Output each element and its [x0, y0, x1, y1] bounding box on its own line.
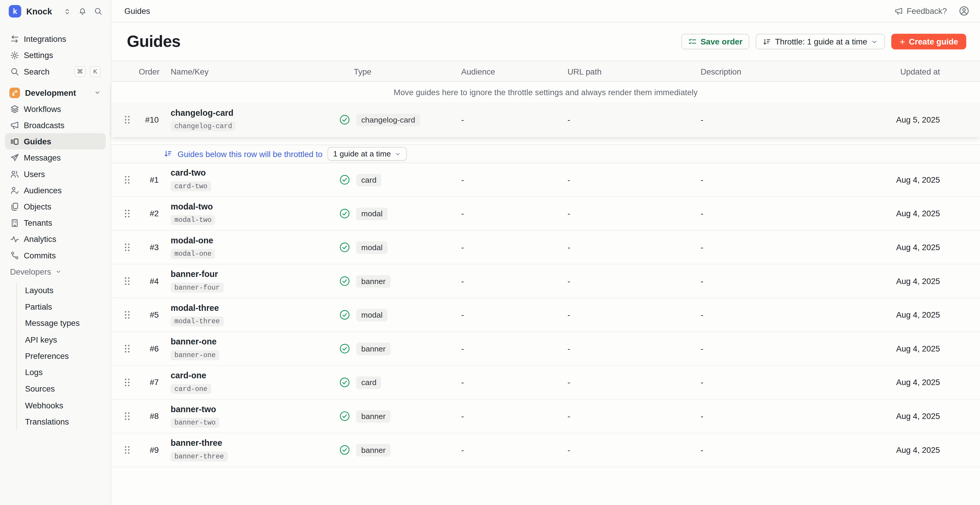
drag-handle-icon[interactable] [124, 175, 139, 185]
guide-name[interactable]: banner-two [170, 405, 339, 415]
guide-row[interactable]: #6 banner-one banner-one banner - - - Au… [111, 332, 980, 366]
drag-handle-icon[interactable] [124, 445, 139, 455]
developers-sub-item[interactable]: Partials [17, 298, 110, 315]
guide-name[interactable]: modal-two [170, 202, 339, 212]
sidebar-item-users[interactable]: Users [5, 166, 106, 182]
guide-row[interactable]: #4 banner-four banner-four banner - - - … [111, 264, 980, 298]
guide-row[interactable]: #1 card-two card-two card - - - Aug 4, 2… [111, 163, 980, 197]
guide-row[interactable]: #8 banner-two banner-two banner - - - Au… [111, 400, 980, 433]
developers-section-toggle[interactable]: Developers [0, 263, 111, 280]
developers-sub-item[interactable]: Preferences [17, 348, 110, 364]
sidebar-item-workflows[interactable]: Workflows [5, 101, 106, 117]
guide-name[interactable]: card-two [170, 169, 339, 178]
guide-description: - [699, 243, 831, 252]
guide-updated-at: Aug 4, 2025 [831, 445, 980, 455]
drag-handle-icon[interactable] [124, 344, 139, 353]
sort-descending-icon [164, 150, 173, 158]
guide-name[interactable]: changelog-card [170, 108, 339, 118]
pulse-icon [10, 234, 19, 244]
sidebar-item-broadcasts[interactable]: Broadcasts [5, 117, 106, 133]
guide-updated-at: Aug 5, 2025 [831, 115, 980, 124]
guide-updated-at: Aug 4, 2025 [831, 378, 980, 387]
environment-switcher[interactable]: Development [0, 84, 111, 101]
workspace-switcher[interactable]: k Knock [0, 0, 111, 22]
guide-row[interactable]: #2 modal-two modal-two modal - - - Aug 4… [111, 197, 980, 231]
guide-name[interactable]: banner-one [170, 337, 339, 347]
developers-sub-item[interactable]: Webhooks [17, 397, 110, 414]
sidebar-item-messages[interactable]: Messages [5, 150, 106, 166]
throttle-dropdown[interactable]: Throttle: 1 guide at a time [756, 34, 885, 49]
sidebar-item-objects[interactable]: Objects [5, 198, 106, 215]
sidebar-item-guides[interactable]: Guides [5, 133, 106, 150]
check-circle-icon [339, 310, 350, 320]
guide-name[interactable]: banner-three [170, 439, 339, 449]
building-icon [10, 218, 19, 228]
notifications-bell-icon[interactable] [78, 5, 88, 18]
check-circle-icon [339, 174, 350, 185]
drag-handle-icon[interactable] [124, 276, 139, 286]
drag-handle-icon[interactable] [124, 412, 139, 421]
guide-url-path: - [566, 209, 699, 218]
guide-row[interactable]: #9 banner-three banner-three banner - - … [111, 433, 980, 467]
guide-order: #10 [139, 115, 159, 124]
developers-sub-item[interactable]: Message types [17, 315, 110, 331]
guide-name[interactable]: modal-three [170, 303, 339, 314]
guide-type: modal [356, 207, 457, 220]
guide-url-path: - [566, 175, 699, 185]
save-order-button[interactable]: Save order [681, 34, 749, 49]
sidebar-item-tenants[interactable]: Tenants [5, 215, 106, 231]
integrations-icon [10, 34, 19, 44]
guide-name-key: modal-one modal-one [159, 236, 339, 259]
check-circle-icon [339, 377, 350, 388]
guide-audience: - [456, 243, 565, 252]
guide-description: - [699, 276, 831, 286]
guide-name-key: modal-three modal-three [159, 303, 339, 326]
guide-name[interactable]: modal-one [170, 236, 339, 246]
drag-handle-icon[interactable] [124, 378, 139, 387]
feedback-button[interactable]: Feedback? [894, 6, 947, 16]
guide-row[interactable]: #3 modal-one modal-one modal - - - Aug 4… [111, 231, 980, 264]
account-menu-button[interactable] [957, 4, 970, 18]
page-header: Guides Save order Throttle: 1 guide at a… [111, 22, 980, 61]
sidebar: k Knock Integrations [0, 0, 111, 505]
knock-logo: k [9, 5, 21, 18]
sidebar-item-search[interactable]: Search ⌘ K [5, 63, 106, 79]
developers-sub-list: Layouts Partials Message types API keys … [16, 282, 110, 430]
developers-sub-item[interactable]: Layouts [17, 282, 110, 298]
guide-name[interactable]: banner-four [170, 270, 339, 280]
guide-updated-at: Aug 4, 2025 [831, 276, 980, 286]
drag-handle-icon[interactable] [124, 115, 139, 124]
developers-sub-item[interactable]: Sources [17, 381, 110, 397]
guide-status [339, 444, 356, 455]
drag-handle-icon[interactable] [124, 310, 139, 320]
sidebar-item-settings[interactable]: Settings [5, 47, 106, 63]
developers-sub-item[interactable]: Translations [17, 414, 110, 430]
guide-audience: - [456, 445, 565, 455]
check-circle-icon [339, 411, 350, 421]
drag-handle-icon[interactable] [124, 209, 139, 218]
sidebar-item-commits[interactable]: Commits [5, 247, 106, 263]
developers-label: Developers [10, 267, 51, 276]
guide-updated-at: Aug 4, 2025 [831, 209, 980, 218]
create-guide-button[interactable]: + Create guide [892, 34, 966, 49]
throttle-amount-dropdown[interactable]: 1 guide at a time [328, 147, 407, 161]
throttled-rows: #1 card-two card-two card - - - Aug 4, 2… [111, 163, 980, 467]
workspace-selector-icon[interactable] [62, 5, 72, 18]
guide-name[interactable]: card-one [170, 371, 339, 381]
guide-row-pinned[interactable]: #10 changelog-card changelog-card change… [111, 102, 980, 137]
guide-row[interactable]: #5 modal-three modal-three modal - - - A… [111, 298, 980, 332]
sidebar-item-audiences[interactable]: Audiences [5, 182, 106, 198]
search-icon[interactable] [93, 5, 103, 18]
workspace-name: Knock [26, 6, 52, 16]
drag-handle-icon[interactable] [124, 243, 139, 252]
guide-row[interactable]: #7 card-one card-one card - - - Aug 4, 2… [111, 366, 980, 400]
sidebar-item-integrations[interactable]: Integrations [5, 31, 106, 47]
always-render-banner: Move guides here to ignore the throttle … [111, 82, 980, 102]
guide-description: - [699, 175, 831, 185]
developers-sub-item[interactable]: Logs [17, 364, 110, 381]
guide-audience: - [456, 175, 565, 185]
developers-sub-item[interactable]: API keys [17, 331, 110, 348]
sidebar-item-analytics[interactable]: Analytics [5, 231, 106, 247]
guide-type: banner [356, 444, 457, 456]
audience-check-icon [10, 185, 19, 195]
